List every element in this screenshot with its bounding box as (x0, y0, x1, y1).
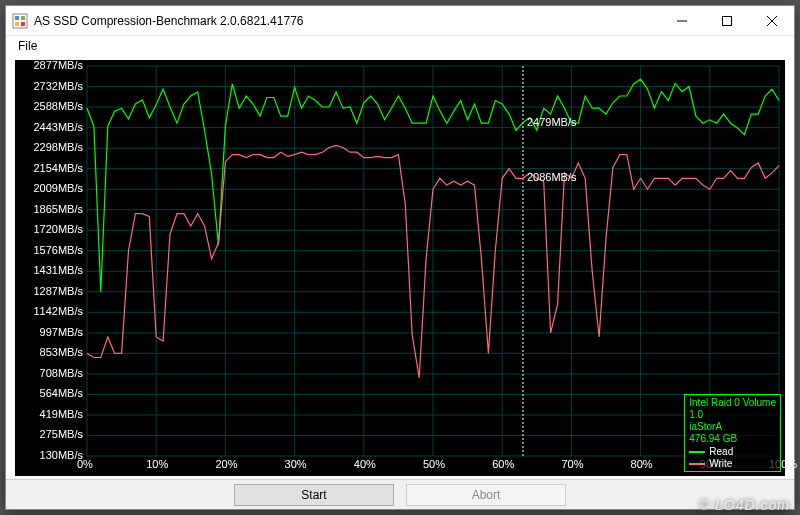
maximize-icon (722, 16, 732, 26)
titlebar[interactable]: AS SSD Compression-Benchmark 2.0.6821.41… (6, 6, 794, 36)
y-tick-label: 997MB/s (15, 326, 83, 338)
legend-write-swatch (689, 463, 705, 465)
y-tick-label: 2298MB/s (15, 141, 83, 153)
maximize-button[interactable] (704, 6, 749, 35)
abort-button: Abort (406, 484, 566, 506)
y-tick-label: 853MB/s (15, 346, 83, 358)
y-tick-label: 2154MB/s (15, 162, 83, 174)
legend-write-row: Write (689, 458, 776, 469)
button-bar: Start Abort (6, 479, 794, 509)
y-tick-label: 130MB/s (15, 449, 83, 461)
menu-file[interactable]: File (12, 37, 43, 55)
watermark: © LO4D.com (699, 497, 790, 513)
minimize-icon (677, 16, 687, 26)
svg-rect-2 (21, 16, 25, 20)
svg-rect-4 (21, 22, 25, 26)
y-tick-label: 2009MB/s (15, 182, 83, 194)
y-tick-label: 1865MB/s (15, 203, 83, 215)
x-tick-label: 30% (285, 458, 307, 470)
y-tick-label: 275MB/s (15, 428, 83, 440)
write-marker-label: 2086MB/s (527, 171, 577, 183)
chart-area: 2877MB/s2732MB/s2588MB/s2443MB/s2298MB/s… (15, 60, 785, 476)
legend-read-row: Read (689, 446, 776, 457)
x-tick-label: 0% (77, 458, 93, 470)
start-button[interactable]: Start (234, 484, 394, 506)
window-title: AS SSD Compression-Benchmark 2.0.6821.41… (34, 14, 659, 28)
minimize-button[interactable] (659, 6, 704, 35)
y-tick-label: 1720MB/s (15, 223, 83, 235)
y-tick-label: 2443MB/s (15, 121, 83, 133)
x-tick-label: 60% (492, 458, 514, 470)
x-tick-label: 10% (146, 458, 168, 470)
y-tick-label: 708MB/s (15, 367, 83, 379)
legend-size: 476.94 GB (689, 433, 776, 445)
legend-version: 1.0 (689, 409, 776, 421)
legend-write-label: Write (709, 458, 732, 469)
y-tick-label: 1431MB/s (15, 264, 83, 276)
legend-device: Intel Raid 0 Volume (689, 397, 776, 409)
x-tick-label: 80% (631, 458, 653, 470)
svg-rect-1 (15, 16, 19, 20)
legend-read-swatch (689, 451, 705, 453)
y-tick-label: 1576MB/s (15, 244, 83, 256)
app-window: AS SSD Compression-Benchmark 2.0.6821.41… (5, 5, 795, 510)
menubar: File (6, 36, 794, 56)
svg-rect-3 (15, 22, 19, 26)
x-tick-label: 20% (215, 458, 237, 470)
close-icon (767, 16, 777, 26)
app-icon (12, 13, 28, 29)
x-tick-label: 40% (354, 458, 376, 470)
legend-driver: iaStorA (689, 421, 776, 433)
read-marker-label: 2479MB/s (527, 116, 577, 128)
legend-read-label: Read (709, 446, 733, 457)
close-button[interactable] (749, 6, 794, 35)
legend: Intel Raid 0 Volume 1.0 iaStorA 476.94 G… (684, 394, 781, 472)
y-tick-label: 419MB/s (15, 408, 83, 420)
svg-rect-6 (722, 16, 731, 25)
y-tick-label: 1142MB/s (15, 305, 83, 317)
y-tick-label: 2588MB/s (15, 100, 83, 112)
y-tick-label: 2732MB/s (15, 80, 83, 92)
y-tick-label: 1287MB/s (15, 285, 83, 297)
y-tick-label: 564MB/s (15, 387, 83, 399)
x-tick-label: 70% (561, 458, 583, 470)
y-tick-label: 2877MB/s (15, 59, 83, 71)
chart-svg (15, 60, 785, 476)
x-tick-label: 50% (423, 458, 445, 470)
